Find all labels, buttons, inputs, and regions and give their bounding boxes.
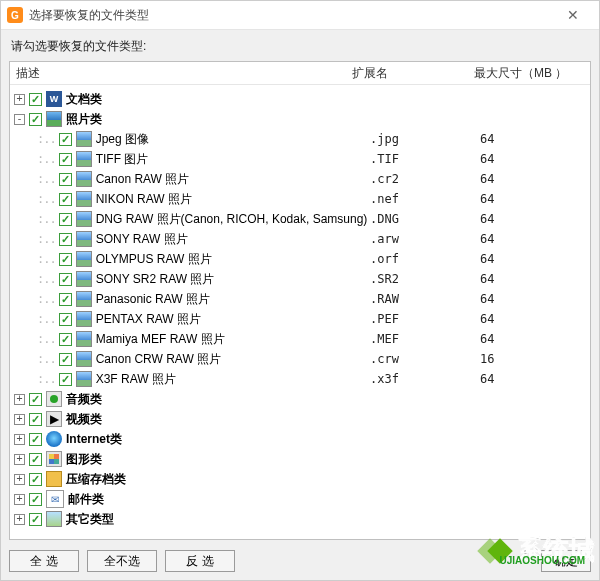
tree-row[interactable]: :..✓SONY SR2 RAW 照片.SR264: [10, 269, 590, 289]
ok-button[interactable]: 确定: [541, 550, 591, 572]
expand-toggle[interactable]: +: [14, 94, 25, 105]
tree-row[interactable]: +✓压缩存档类: [10, 469, 590, 489]
tree-row[interactable]: +✓✉邮件类: [10, 489, 590, 509]
tree-row[interactable]: :..✓NIKON RAW 照片.nef64: [10, 189, 590, 209]
checkbox[interactable]: ✓: [59, 233, 72, 246]
collapse-toggle[interactable]: -: [14, 114, 25, 125]
file-type-tree[interactable]: +✓W文档类-✓照片类:..✓Jpeg 图像.jpg64:..✓TIFF 图片.…: [10, 85, 590, 539]
tree-row[interactable]: :..✓Canon RAW 照片.cr264: [10, 169, 590, 189]
column-header-description[interactable]: 描述: [10, 65, 346, 82]
checkbox[interactable]: ✓: [59, 133, 72, 146]
select-none-button[interactable]: 全不选: [87, 550, 157, 572]
extension-value: .DNG: [370, 212, 480, 226]
maxsize-value: 64: [480, 292, 590, 306]
checkbox[interactable]: ✓: [59, 213, 72, 226]
tree-row[interactable]: +✓图形类: [10, 449, 590, 469]
maxsize-value: 64: [480, 372, 590, 386]
select-all-button[interactable]: 全 选: [9, 550, 79, 572]
checkbox[interactable]: ✓: [59, 353, 72, 366]
app-icon: G: [7, 7, 23, 23]
maxsize-value: 64: [480, 312, 590, 326]
mail-category-icon: ✉: [46, 490, 64, 508]
tree-row[interactable]: -✓照片类: [10, 109, 590, 129]
image-file-icon: [76, 151, 92, 167]
row-label: Canon CRW RAW 照片: [96, 351, 221, 368]
tree-row[interactable]: :..✓SONY RAW 照片.arw64: [10, 229, 590, 249]
invert-select-button[interactable]: 反 选: [165, 550, 235, 572]
checkbox[interactable]: ✓: [29, 513, 42, 526]
image-file-icon: [76, 131, 92, 147]
maxsize-value: 64: [480, 132, 590, 146]
extension-value: .MEF: [370, 332, 480, 346]
tree-row[interactable]: :..✓TIFF 图片.TIF64: [10, 149, 590, 169]
checkbox[interactable]: ✓: [29, 453, 42, 466]
checkbox[interactable]: ✓: [29, 93, 42, 106]
row-label: 音频类: [66, 391, 102, 408]
checkbox[interactable]: ✓: [59, 253, 72, 266]
expand-toggle[interactable]: +: [14, 454, 25, 465]
maxsize-value: 64: [480, 192, 590, 206]
row-label: PENTAX RAW 照片: [96, 311, 201, 328]
checkbox[interactable]: ✓: [59, 273, 72, 286]
extension-value: .crw: [370, 352, 480, 366]
extension-value: .orf: [370, 252, 480, 266]
row-label: 邮件类: [68, 491, 104, 508]
maxsize-value: 64: [480, 212, 590, 226]
expand-toggle[interactable]: +: [14, 494, 25, 505]
row-label: SONY SR2 RAW 照片: [96, 271, 215, 288]
expand-toggle[interactable]: +: [14, 514, 25, 525]
checkbox[interactable]: ✓: [29, 413, 42, 426]
row-label: 文档类: [66, 91, 102, 108]
expand-toggle[interactable]: +: [14, 414, 25, 425]
image-file-icon: [76, 211, 92, 227]
image-file-icon: [76, 231, 92, 247]
extension-value: .cr2: [370, 172, 480, 186]
row-label: X3F RAW 照片: [96, 371, 176, 388]
tree-row[interactable]: +✓▶视频类: [10, 409, 590, 429]
tree-row[interactable]: :..✓OLYMPUS RAW 照片.orf64: [10, 249, 590, 269]
image-file-icon: [76, 371, 92, 387]
tree-row[interactable]: +✓音频类: [10, 389, 590, 409]
image-file-icon: [76, 331, 92, 347]
checkbox[interactable]: ✓: [29, 433, 42, 446]
expand-toggle[interactable]: +: [14, 474, 25, 485]
tree-branch-icon: :..: [37, 332, 56, 346]
checkbox[interactable]: ✓: [29, 393, 42, 406]
row-label: Internet类: [66, 431, 122, 448]
expand-toggle[interactable]: +: [14, 434, 25, 445]
maxsize-value: 64: [480, 332, 590, 346]
checkbox[interactable]: ✓: [59, 333, 72, 346]
tree-row[interactable]: :..✓Canon CRW RAW 照片.crw16: [10, 349, 590, 369]
column-header-maxsize[interactable]: 最大尺寸（MB ）: [468, 65, 590, 82]
extension-value: .TIF: [370, 152, 480, 166]
checkbox[interactable]: ✓: [29, 473, 42, 486]
expand-toggle[interactable]: +: [14, 394, 25, 405]
column-header-extension[interactable]: 扩展名: [346, 65, 468, 82]
tree-row[interactable]: :..✓Jpeg 图像.jpg64: [10, 129, 590, 149]
dialog-footer: 全 选 全不选 反 选 确定: [1, 546, 599, 580]
close-button[interactable]: ✕: [553, 7, 593, 23]
tree-row[interactable]: :..✓DNG RAW 照片(Canon, RICOH, Kodak, Sams…: [10, 209, 590, 229]
tree-row[interactable]: +✓Internet类: [10, 429, 590, 449]
checkbox[interactable]: ✓: [59, 153, 72, 166]
tree-row[interactable]: :..✓Mamiya MEF RAW 照片.MEF64: [10, 329, 590, 349]
checkbox[interactable]: ✓: [59, 373, 72, 386]
checkbox[interactable]: ✓: [59, 313, 72, 326]
checkbox[interactable]: ✓: [29, 493, 42, 506]
row-label: 压缩存档类: [66, 471, 126, 488]
tree-row[interactable]: :..✓PENTAX RAW 照片.PEF64: [10, 309, 590, 329]
maxsize-value: 16: [480, 352, 590, 366]
tree-row[interactable]: +✓W文档类: [10, 89, 590, 109]
checkbox[interactable]: ✓: [29, 113, 42, 126]
image-file-icon: [76, 351, 92, 367]
extension-value: .nef: [370, 192, 480, 206]
tree-row[interactable]: +✓其它类型: [10, 509, 590, 529]
checkbox[interactable]: ✓: [59, 193, 72, 206]
maxsize-value: 64: [480, 252, 590, 266]
tree-row[interactable]: :..✓X3F RAW 照片.x3f64: [10, 369, 590, 389]
internet-category-icon: [46, 431, 62, 447]
checkbox[interactable]: ✓: [59, 293, 72, 306]
extension-value: .SR2: [370, 272, 480, 286]
tree-row[interactable]: :..✓Panasonic RAW 照片.RAW64: [10, 289, 590, 309]
checkbox[interactable]: ✓: [59, 173, 72, 186]
